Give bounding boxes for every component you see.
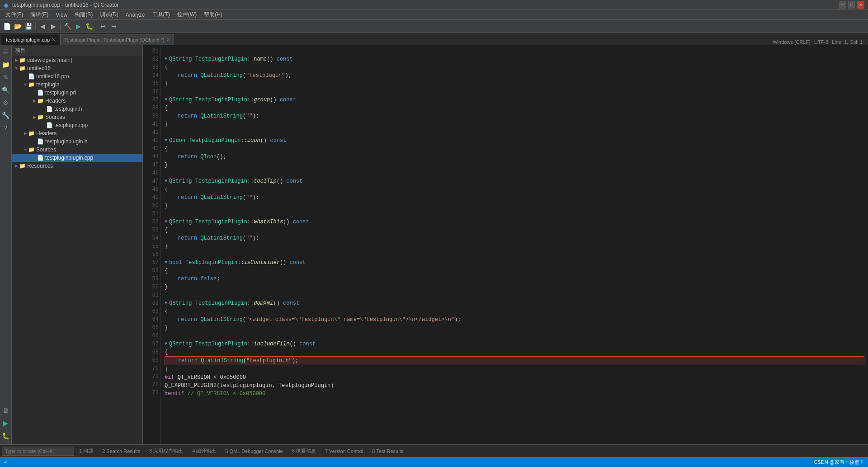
menu-item-view[interactable]: View (52, 11, 71, 19)
toolbar-forward-button[interactable]: ▶ (48, 21, 58, 31)
sidebar-icon-debug[interactable]: 🔧 (1, 110, 11, 120)
tree-item-testplugin[interactable]: ▼ 📁 testplugin (12, 80, 142, 89)
menu-item-t[interactable]: 工具(T) (149, 10, 174, 19)
tree-item-untitled16[interactable]: ▼ 📁 untitled16 (12, 64, 142, 72)
tab-testplugin-function[interactable]: TestpluginPlugin::TestpluginPlugin(QObje… (60, 34, 174, 45)
code-kw-67: const (299, 340, 316, 348)
menu-item-d[interactable]: 调试(D) (96, 10, 122, 19)
tree-item-headers-2[interactable]: ▶ 📁 Headers (12, 129, 142, 137)
tab-testpluginplugin-cpp[interactable]: testpluginplugin.cpp ✕ (2, 34, 59, 45)
toolbar-redo-button[interactable]: ↪ (109, 21, 119, 31)
bottom-tab-search-results[interactable]: 2 Search Results (98, 446, 144, 456)
code-line-68: { (165, 348, 864, 356)
tree-item-testpluginplugin-cpp[interactable]: 📄 testpluginplugin.cpp (12, 154, 142, 162)
bottom-tab-app-output[interactable]: 3 应用程序输出 (145, 446, 187, 456)
code-paren2-69: ); (292, 357, 298, 365)
close-button[interactable]: ✕ (857, 1, 864, 9)
ln-58: 58 (145, 267, 159, 275)
menu-item-analyze[interactable]: Analyze (122, 11, 149, 19)
menu-item-b[interactable]: 构建(B) (71, 10, 96, 19)
bottom-tab-version-control[interactable]: 7 Version Control (321, 446, 367, 456)
minimize-button[interactable]: ─ (839, 1, 846, 9)
code-lines[interactable]: ▼ QString TestpluginPlugin :: name () co… (161, 45, 868, 444)
tree-item-testplugin-h[interactable]: 📄 testplugin.h (12, 105, 142, 113)
sidebar-icon-run-bottom[interactable]: ▶ (1, 418, 11, 428)
locate-input[interactable] (2, 447, 74, 456)
code-str-64: ( (243, 316, 246, 324)
fold-arrow-32: ▼ (165, 55, 167, 63)
tree-item-headers-1[interactable]: ▶ 📁 Headers (12, 97, 142, 105)
sidebar-icon-debug-bottom[interactable]: 🐛 (1, 431, 11, 441)
code-line-72: Q_EXPORT_PLUGIN2(testpluginplugin, Testp… (165, 382, 864, 390)
sidebar-icons: ☰ 📁 ✎ 🔍 ⚙ 🔧 ? (0, 45, 12, 406)
bottom-tab-test-results[interactable]: 8 Test Results (368, 446, 407, 456)
tree-item-testplugin-pri[interactable]: 📄 testplugin.pri (12, 89, 142, 97)
code-params-57: () (280, 259, 290, 267)
arrow-testpluginplugin-h (32, 139, 37, 144)
tab-close-1[interactable]: ✕ (52, 37, 55, 42)
code-false-59: false (200, 275, 217, 283)
ln-67: 67 (145, 340, 159, 348)
line-numbers: 31 32 33 34 35 36 37 38 39 40 41 42 43 4… (143, 45, 161, 444)
tree-item-resources[interactable]: ▶ 📁 Resources (12, 162, 142, 170)
tree-item-testplugin-cpp[interactable]: 📄 testplugin.cpp (12, 121, 142, 129)
fold-arrow-57: ▼ (165, 259, 167, 267)
menu-item-e[interactable]: 编辑(E) (27, 10, 52, 19)
code-space-62 (192, 299, 195, 307)
tree-item-sources-1[interactable]: ▶ 📁 Sources (12, 113, 142, 121)
sidebar-icon-project[interactable]: 📁 (1, 60, 11, 70)
bottom-tab-qml-debugger[interactable]: 5 QML Debugger Console (221, 446, 287, 456)
code-paren1-34: ( (243, 71, 246, 80)
toolbar-back-button[interactable]: ◀ (38, 21, 47, 31)
tree-item-cutewidgets[interactable]: ▶ 📁 cutewidgets [main] (12, 56, 142, 64)
toolbar-undo-button[interactable]: ↩ (98, 21, 108, 31)
code-line-34: return QLatin1String ( "Testplugin" ); (165, 71, 864, 80)
code-cls-57: TestpluginPlugin (185, 259, 237, 267)
ln-66: 66 (145, 332, 159, 340)
sidebar-icon-build[interactable]: ⚙ (1, 98, 11, 108)
menu-item-h[interactable]: 帮助(H) (200, 10, 226, 19)
tree-item-testpluginplugin-h[interactable]: 📄 testpluginplugin.h (12, 137, 142, 146)
tree-item-sources-2[interactable]: ▼ 📁 Sources (12, 146, 142, 154)
bottom-tab-compile-output[interactable]: 4 编译输出 (188, 446, 220, 456)
toolbar-new-button[interactable]: 📄 (2, 21, 12, 31)
code-indent-59 (165, 275, 178, 283)
sidebar-icon-monitor[interactable]: 🖥 (1, 406, 11, 415)
ln-60: 60 (145, 283, 159, 291)
toolbar-run-button[interactable]: ▶ (73, 21, 83, 31)
sidebar-icon-help[interactable]: ? (1, 123, 11, 133)
ln-71: 71 (145, 373, 159, 381)
tree-label-testplugin: testplugin (36, 81, 59, 88)
bottom-tab-general-info[interactable]: 6 概要信息 (288, 446, 320, 456)
code-params-62: () (273, 299, 283, 307)
tree-label-untitled16: untitled16 (27, 65, 51, 71)
code-space-32 (192, 55, 195, 63)
ln-51: 51 (145, 210, 159, 218)
main-area: ☰ 📁 ✎ 🔍 ⚙ 🔧 ? 🖥 ▶ 🐛 项目 ▶ 📁 cutewidgets [… (0, 45, 868, 444)
toolbar-save-button[interactable]: 💾 (24, 21, 33, 31)
tree-item-untitled16-pro[interactable]: 📄 untitled16.pro (12, 72, 142, 80)
code-type-32: QString (169, 55, 192, 63)
tree-label-testplugin-cpp: testplugin.cpp (54, 122, 88, 128)
file-icon-cpp-2: 📄 (37, 155, 44, 161)
toolbar-debug-button[interactable]: 🐛 (84, 21, 94, 31)
sidebar-icon-edit[interactable]: ✎ (1, 72, 11, 82)
menu-item-w[interactable]: 控件(W) (174, 10, 200, 19)
ln-45: 45 (145, 161, 159, 169)
sidebar-icon-menu[interactable]: ☰ (1, 47, 11, 57)
ln-65: 65 (145, 324, 159, 332)
menu-item-f[interactable]: 文件(F) (2, 10, 27, 19)
sidebar-icon-search[interactable]: 🔍 (1, 85, 11, 95)
toolbar-open-button[interactable]: 📂 (13, 21, 23, 31)
status-csdn-text: CSDN @家有一枚壁玉 (814, 459, 864, 466)
bottom-tab-issues[interactable]: 1 问题 (75, 446, 97, 456)
maximize-button[interactable]: □ (848, 1, 855, 9)
file-icon-h-2: 📄 (37, 138, 44, 145)
code-params-37: () (270, 96, 280, 104)
tab-close-2[interactable]: ✕ (166, 37, 170, 42)
code-line-55: } (165, 242, 864, 250)
toolbar-build-button[interactable]: 🔨 (62, 21, 72, 31)
code-kw-37: const (280, 96, 296, 104)
code-end-54: ); (252, 234, 259, 242)
ln-48: 48 (145, 185, 159, 193)
